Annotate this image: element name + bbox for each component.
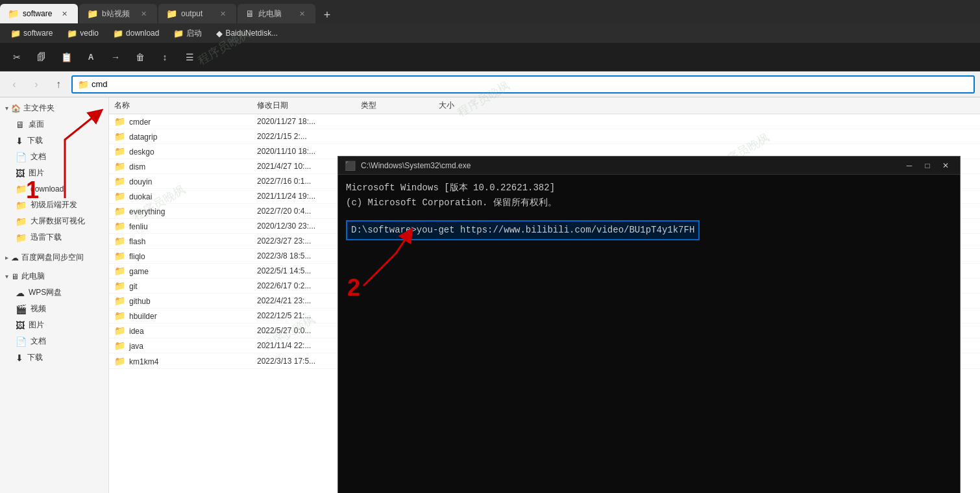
tab-close-software[interactable]: ✕	[59, 8, 70, 19]
file-row-datagrip[interactable]: 📁datagrip 2022/1/15 2:...	[109, 129, 980, 144]
cmd-window: ⬛ C:\Windows\System32\cmd.exe ─ □ ✕ Micr…	[337, 156, 961, 493]
tab-label-bvideo: b站视频	[102, 8, 130, 19]
cmd-maximize-button[interactable]: □	[920, 160, 935, 171]
bookmark-software[interactable]: 📁 software	[5, 27, 58, 40]
cmd-title-icon: ⬛	[345, 160, 356, 171]
paste-button[interactable]: 📋	[57, 48, 75, 66]
dl2-icon: ⬇	[16, 353, 23, 363]
wps-icon: ☁	[16, 288, 25, 298]
file-name-cmder: 📁cmder	[114, 116, 257, 127]
toolbar: ✂ 🗐 📋 A → 🗑 ↕ ☰	[0, 43, 980, 71]
tab-close-thispc[interactable]: ✕	[297, 8, 308, 19]
file-name-fenliu: 📁fenliu	[114, 221, 257, 231]
tab-folder-icon-bvideo: 📁	[87, 8, 98, 19]
docs2-icon: 📄	[16, 336, 27, 347]
file-name-github: 📁github	[114, 296, 257, 306]
file-name-hbuilder: 📁hbuilder	[114, 310, 257, 321]
file-date-cmder: 2020/11/27 18:...	[257, 117, 361, 126]
bookmark-icon-vedio: 📁	[67, 29, 77, 38]
cmd-line2: (c) Microsoft Corporation. 保留所有权利。	[346, 196, 952, 210]
delete-button[interactable]: 🗑	[131, 48, 149, 66]
bookmarks-bar: 📁 software 📁 vedio 📁 download 📁 启动 ◆ Bai…	[0, 23, 980, 43]
file-name-java: 📁java	[114, 340, 257, 351]
tab-label-software: software	[23, 9, 52, 18]
tabs-bar: 📁 software ✕ 📁 b站视频 ✕ 📁 output ✕ 🖥 此电脑 ✕…	[0, 0, 980, 23]
file-name-duokai: 📁duokai	[114, 191, 257, 201]
rename-button[interactable]: A	[82, 48, 100, 66]
sort-button[interactable]: ↕	[156, 48, 174, 66]
tab-close-output[interactable]: ✕	[217, 8, 228, 19]
sidebar-section-thispc[interactable]: ▾ 🖥 此电脑	[0, 268, 108, 284]
sidebar-item-wps[interactable]: ☁ WPS网盘	[0, 284, 108, 301]
file-row-cmder[interactable]: 📁cmder 2020/11/27 18:...	[109, 114, 980, 129]
pictures2-icon: 🖼	[16, 320, 25, 331]
file-date-datagrip: 2022/1/15 2:...	[257, 132, 361, 141]
bookmark-vedio[interactable]: 📁 vedio	[62, 27, 104, 40]
tab-folder-icon-software: 📁	[8, 8, 19, 19]
new-tab-button[interactable]: +	[317, 6, 337, 23]
bookmark-download[interactable]: 📁 download	[108, 27, 164, 40]
file-name-douyin: 📁douyin	[114, 176, 257, 186]
view-button[interactable]: ☰	[180, 48, 199, 66]
file-date-deskgo: 2020/11/10 18:...	[257, 147, 361, 156]
sidebar-item-thunder[interactable]: 📁 迅雷下载	[0, 229, 108, 246]
bookmark-icon-download: 📁	[113, 29, 123, 38]
sidebar-baidu-label: 百度网盘同步空间	[21, 252, 84, 263]
file-name-everything: 📁everything	[114, 206, 257, 216]
bookmark-label-start: 启动	[186, 28, 202, 39]
tab-folder-icon-output: 📁	[166, 8, 177, 19]
cmd-titlebar: ⬛ C:\Windows\System32\cmd.exe ─ □ ✕	[338, 157, 960, 175]
forward-button[interactable]: ›	[27, 75, 45, 94]
bookmark-icon-baidu: ◆	[216, 29, 223, 38]
tab-software[interactable]: 📁 software ✕	[0, 4, 78, 23]
svg-text:1: 1	[26, 177, 39, 203]
sidebar-dl2-label: 下载	[27, 352, 43, 363]
file-name-km1km4: 📁km1km4	[114, 356, 257, 366]
file-name-fliqlo: 📁fliqlo	[114, 251, 257, 261]
address-input[interactable]: 📁 cmd	[71, 75, 975, 94]
tab-thispc[interactable]: 🖥 此电脑 ✕	[238, 4, 315, 23]
bookmark-label-software: software	[23, 29, 53, 38]
tab-output[interactable]: 📁 output ✕	[158, 4, 236, 23]
sidebar-wps-label: WPS网盘	[29, 287, 62, 298]
col-header-name[interactable]: 名称	[114, 100, 257, 111]
copy-button[interactable]: 🗐	[32, 48, 51, 66]
sidebar-item-pictures2[interactable]: 🖼 图片	[0, 317, 108, 333]
cut-button[interactable]: ✂	[8, 48, 26, 66]
sidebar-pictures2-label: 图片	[29, 320, 44, 331]
sidebar-item-docs2[interactable]: 📄 文档	[0, 333, 108, 349]
back-button[interactable]: ‹	[5, 75, 23, 94]
expand-baidu-icon: ▸	[5, 254, 8, 261]
sidebar-baidu-icon: ☁	[11, 253, 19, 262]
video-icon: 🎬	[16, 304, 27, 314]
file-name-datagrip: 📁datagrip	[114, 131, 257, 142]
sidebar-item-dl2[interactable]: ⬇ 下载	[0, 349, 108, 366]
tab-label-output: output	[181, 9, 202, 18]
col-header-size[interactable]: 大小	[439, 100, 504, 111]
cmd-close-button[interactable]: ✕	[938, 160, 953, 171]
tab-bvideo[interactable]: 📁 b站视频 ✕	[79, 4, 157, 23]
address-folder-icon: 📁	[78, 79, 89, 90]
expand-thispc-icon: ▾	[5, 273, 8, 280]
col-header-date[interactable]: 修改日期	[257, 100, 361, 111]
annotation-arrow-1: 1	[13, 101, 130, 218]
file-name-git: 📁git	[114, 281, 257, 291]
cmd-minimize-button[interactable]: ─	[901, 160, 917, 171]
address-bar-row: ‹ › ↑ 📁 cmd	[0, 71, 980, 97]
move-button[interactable]: →	[106, 48, 125, 66]
bookmark-start[interactable]: 📁 启动	[168, 27, 207, 40]
bookmark-label-vedio: vedio	[80, 29, 99, 38]
cmd-controls: ─ □ ✕	[901, 160, 953, 171]
file-name-deskgo: 📁deskgo	[114, 146, 257, 157]
sidebar-item-video[interactable]: 🎬 视频	[0, 301, 108, 317]
sidebar-section-baidu[interactable]: ▸ ☁ 百度网盘同步空间	[0, 249, 108, 266]
tab-label-thispc: 此电脑	[258, 8, 282, 19]
up-button[interactable]: ↑	[49, 75, 67, 94]
bookmark-baidu[interactable]: ◆ BaiduNetdisk...	[211, 27, 283, 40]
file-list-header: 名称 修改日期 类型 大小	[109, 97, 980, 114]
svg-text:2: 2	[347, 274, 360, 299]
tab-close-bvideo[interactable]: ✕	[138, 8, 149, 19]
file-name-idea: 📁idea	[114, 325, 257, 336]
sidebar-thispc-label: 此电脑	[21, 271, 45, 282]
col-header-type[interactable]: 类型	[361, 100, 439, 111]
